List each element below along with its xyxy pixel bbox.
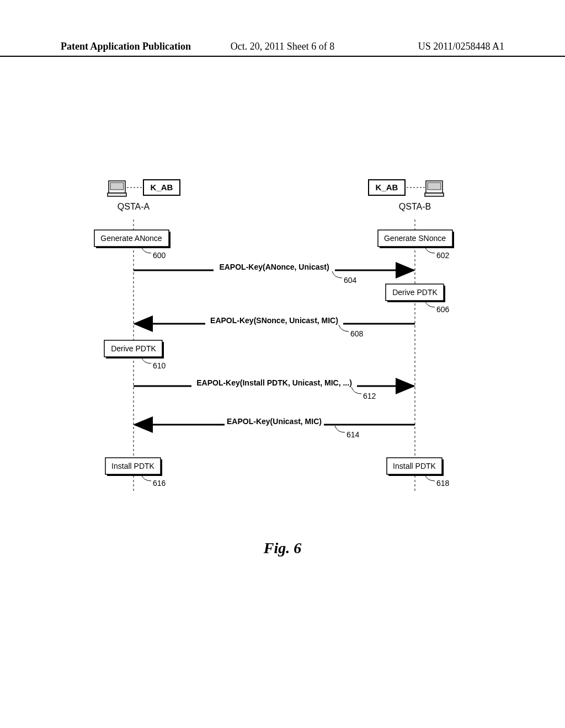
- msg-eapol-unicast-mic: EAPOL-Key(Unicast, MIC) 614: [135, 415, 415, 439]
- box-generate-anonce: Generate ANonce 600: [94, 230, 170, 260]
- kab-box-b: K_AB: [369, 180, 405, 195]
- box-generate-snonce: Generate SNonce 602: [378, 230, 454, 260]
- ref-610: 610: [153, 361, 166, 370]
- svg-text:Generate SNonce: Generate SNonce: [384, 234, 446, 243]
- kab-b-label: K_AB: [376, 183, 398, 192]
- ref-608: 608: [350, 329, 364, 338]
- header-right: US 2011/0258448 A1: [356, 41, 504, 52]
- svg-text:Derive PDTK: Derive PDTK: [392, 288, 438, 297]
- ref-600: 600: [153, 251, 166, 260]
- header-mid: Oct. 20, 2011 Sheet 6 of 8: [209, 41, 356, 52]
- svg-text:Install PDTK: Install PDTK: [111, 462, 154, 470]
- svg-rect-4: [108, 193, 126, 196]
- qsta-a-label: QSTA-A: [118, 202, 150, 211]
- svg-text:EAPOL-Key(Install PDTK, Unicas: EAPOL-Key(Install PDTK, Unicast, MIC, ..…: [196, 378, 352, 387]
- svg-rect-3: [110, 183, 124, 190]
- figure-caption: Fig. 6: [0, 539, 565, 557]
- kab-box-a: K_AB: [143, 180, 180, 195]
- ref-604: 604: [344, 276, 357, 285]
- header-left: Patent Application Publication: [61, 41, 209, 52]
- box-derive-pdtk-b: Derive PDTK 606: [386, 284, 450, 314]
- svg-rect-8: [428, 183, 441, 190]
- ref-602: 602: [436, 251, 450, 260]
- svg-text:EAPOL-Key(SNonce, Unicast, MIC: EAPOL-Key(SNonce, Unicast, MIC): [210, 316, 338, 325]
- page-header: Patent Application Publication Oct. 20, …: [0, 41, 565, 57]
- msg-eapol-install: EAPOL-Key(Install PDTK, Unicast, MIC, ..…: [134, 377, 414, 400]
- ref-606: 606: [436, 305, 450, 314]
- ref-618: 618: [436, 479, 450, 488]
- ref-616: 616: [153, 479, 166, 488]
- ref-612: 612: [363, 392, 376, 400]
- svg-text:Install PDTK: Install PDTK: [393, 462, 436, 470]
- kab-a-label: K_AB: [151, 183, 173, 192]
- box-install-pdtk-a: Install PDTK 616: [105, 458, 166, 488]
- svg-text:EAPOL-Key(Unicast, MIC): EAPOL-Key(Unicast, MIC): [227, 417, 322, 426]
- svg-rect-9: [425, 193, 444, 196]
- box-install-pdtk-b: Install PDTK 618: [387, 458, 450, 488]
- svg-text:Generate ANonce: Generate ANonce: [100, 234, 162, 243]
- msg-eapol-anonce: EAPOL-Key(ANonce, Unicast) 604: [134, 261, 414, 285]
- laptop-icon: [108, 181, 126, 196]
- sequence-diagram: K_AB QSTA-A K_AB QSTA-B Generate ANonce …: [84, 176, 481, 507]
- ref-614: 614: [347, 430, 360, 439]
- svg-text:Derive PDTK: Derive PDTK: [111, 344, 156, 353]
- svg-text:EAPOL-Key(ANonce, Unicast): EAPOL-Key(ANonce, Unicast): [219, 263, 329, 271]
- msg-eapol-snonce: EAPOL-Key(SNonce, Unicast, MIC) 608: [135, 314, 415, 338]
- qsta-b-label: QSTA-B: [399, 202, 431, 211]
- laptop-icon: [425, 181, 444, 196]
- box-derive-pdtk-a: Derive PDTK 610: [104, 340, 166, 370]
